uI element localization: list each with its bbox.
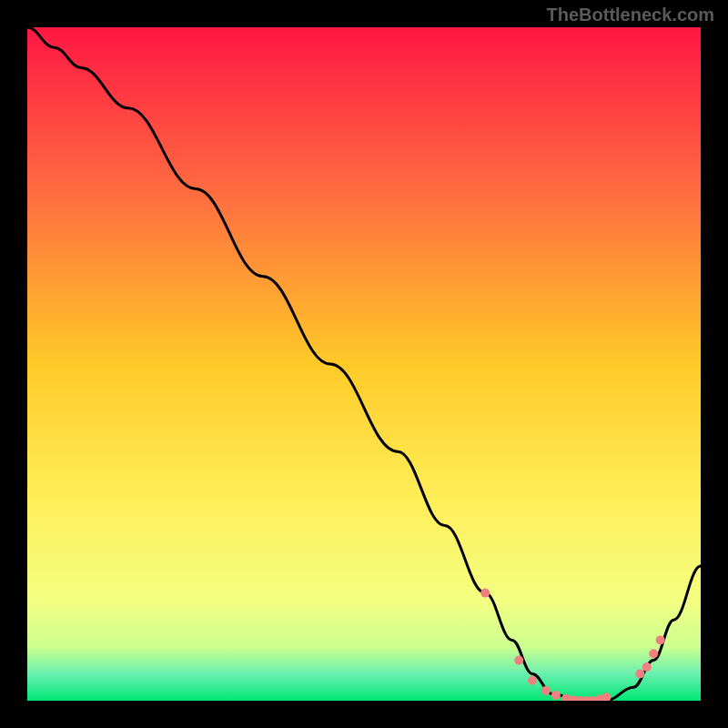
marker-dot (649, 649, 658, 658)
watermark-text: TheBottleneck.com (547, 5, 714, 25)
marker-dot (551, 691, 561, 700)
marker-dot (528, 676, 537, 685)
marker-dot (635, 669, 644, 678)
bottleneck-curve (27, 27, 701, 701)
marker-dot (642, 662, 652, 672)
marker-dot (541, 686, 551, 695)
chart-plot-area (27, 27, 701, 701)
marker-dot (480, 589, 490, 598)
marker-dot (602, 693, 611, 701)
chart-svg (27, 27, 701, 701)
marker-dot (514, 656, 523, 665)
marker-dot (656, 635, 665, 644)
